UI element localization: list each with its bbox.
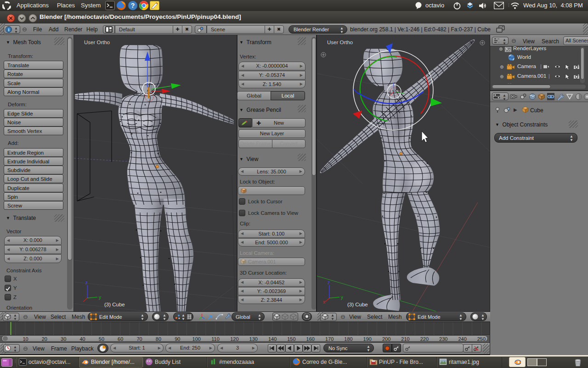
- svg-text:30: 30: [61, 336, 66, 342]
- svg-text:150: 150: [287, 336, 295, 342]
- svg-text:x: x: [323, 299, 325, 305]
- svg-text:20: 20: [42, 336, 47, 342]
- svg-text:50: 50: [99, 336, 104, 342]
- svg-text:130: 130: [249, 336, 258, 342]
- svg-text:(3) Cube: (3) Cube: [347, 302, 368, 307]
- svg-text:60: 60: [118, 336, 123, 342]
- svg-text:230: 230: [439, 336, 447, 342]
- svg-text:190: 190: [363, 336, 372, 342]
- svg-text:170: 170: [325, 336, 334, 342]
- svg-text:250: 250: [477, 336, 486, 342]
- svg-text:70: 70: [136, 336, 142, 342]
- svg-text:240: 240: [458, 336, 466, 342]
- svg-text:z: z: [85, 280, 88, 285]
- svg-text:i: i: [8, 28, 10, 32]
- svg-text:90: 90: [175, 336, 180, 342]
- svg-text:?: ?: [131, 2, 135, 9]
- svg-text:10: 10: [23, 336, 28, 342]
- svg-text:User Ortho: User Ortho: [84, 40, 110, 45]
- svg-text:180: 180: [344, 336, 352, 342]
- svg-text:220: 220: [420, 336, 429, 342]
- svg-text:y: y: [99, 295, 101, 300]
- svg-text:(3) Cube: (3) Cube: [104, 302, 125, 307]
- svg-text:y: y: [341, 295, 343, 300]
- svg-text:200: 200: [382, 336, 390, 342]
- svg-text:210: 210: [401, 336, 409, 342]
- svg-text:User Ortho: User Ortho: [327, 40, 353, 45]
- svg-text:80: 80: [156, 336, 161, 342]
- svg-text:120: 120: [230, 336, 238, 342]
- svg-text:40: 40: [79, 336, 85, 342]
- svg-text:160: 160: [306, 336, 315, 342]
- svg-text:140: 140: [268, 336, 277, 342]
- svg-text:110: 110: [211, 336, 220, 342]
- svg-text:z: z: [328, 280, 330, 285]
- svg-text:100: 100: [192, 336, 201, 342]
